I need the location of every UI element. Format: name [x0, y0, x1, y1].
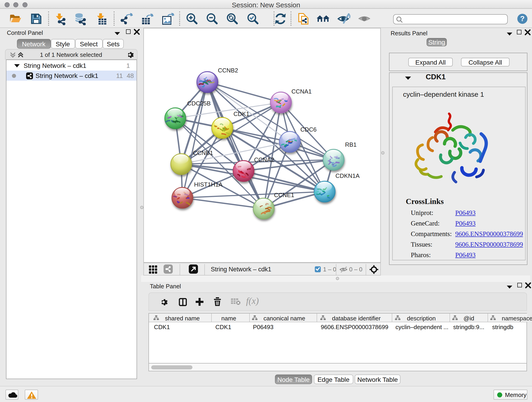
svg-text:CDKN1A: CDKN1A — [336, 172, 360, 179]
svg-text:CDC6: CDC6 — [300, 126, 317, 133]
svg-text:CCNE1: CCNE1 — [274, 191, 294, 198]
svg-text:CCNB1: CCNB1 — [193, 149, 213, 156]
svg-text:CDK1: CDK1 — [234, 110, 249, 117]
svg-text:CDC25B: CDC25B — [187, 100, 211, 107]
svg-text:CCNB2: CCNB2 — [218, 67, 238, 74]
svg-text:CCNA1: CCNA1 — [291, 88, 312, 95]
svg-text:HIST1H1A: HIST1H1A — [194, 181, 223, 188]
svg-text:RB1: RB1 — [345, 141, 357, 148]
svg-text:CCNA2: CCNA2 — [254, 156, 274, 163]
